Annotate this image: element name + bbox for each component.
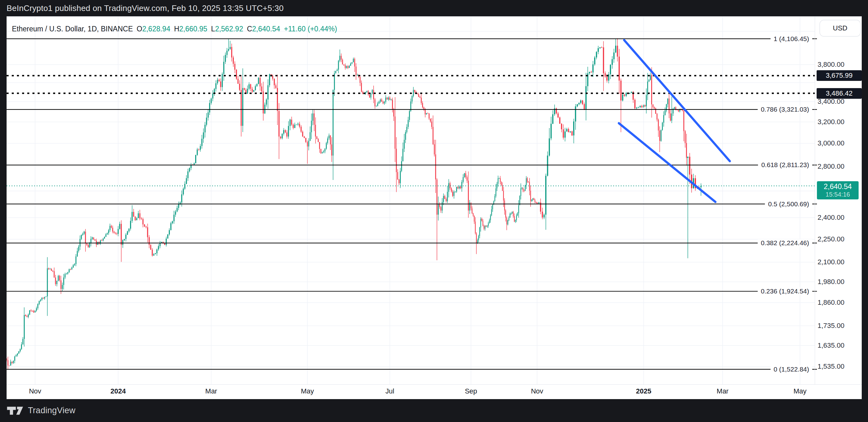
high-value: H2,660.95	[174, 25, 207, 33]
candle	[664, 110, 665, 115]
candle	[220, 82, 221, 87]
candle	[215, 83, 216, 89]
candle	[459, 186, 460, 188]
candle	[535, 202, 536, 203]
candle	[458, 187, 459, 188]
candle	[44, 297, 45, 299]
candle	[397, 172, 398, 179]
candle	[255, 86, 256, 90]
candle	[517, 213, 518, 215]
candle	[63, 277, 64, 285]
candle	[504, 201, 505, 211]
currency-button[interactable]: USD	[819, 20, 861, 37]
candle	[448, 183, 450, 192]
candle	[115, 233, 116, 234]
candle	[489, 220, 490, 223]
candle	[670, 114, 671, 121]
candle	[280, 137, 281, 139]
candle	[483, 221, 483, 226]
candle	[167, 235, 168, 239]
candle	[530, 191, 531, 201]
candle	[258, 78, 259, 84]
fib-level-label: 0 (1,522.84)	[771, 366, 812, 373]
candle	[36, 308, 37, 311]
candle	[351, 62, 352, 64]
candle	[356, 66, 356, 75]
candle	[523, 188, 523, 191]
candle	[485, 226, 486, 229]
candle	[579, 103, 580, 104]
candle	[518, 205, 519, 213]
candle	[66, 274, 67, 274]
candle	[420, 97, 421, 97]
candle	[20, 349, 21, 351]
candle	[177, 208, 178, 211]
candle	[545, 176, 547, 215]
candle	[324, 149, 326, 151]
candle	[391, 99, 392, 100]
candle	[323, 151, 324, 152]
candlestick-chart[interactable]	[7, 17, 862, 399]
candle	[93, 237, 94, 239]
candle	[316, 137, 317, 139]
candle	[620, 81, 622, 101]
candle	[222, 74, 223, 87]
candle	[187, 172, 188, 178]
candle	[429, 114, 430, 119]
candle	[150, 245, 151, 249]
candle	[369, 94, 370, 98]
candle	[209, 103, 210, 113]
candle	[144, 224, 145, 227]
candle	[584, 104, 585, 110]
candle	[169, 230, 170, 235]
candle	[274, 79, 275, 85]
candle	[393, 110, 394, 116]
candle	[291, 119, 292, 124]
candle	[78, 247, 79, 251]
candle	[387, 97, 388, 99]
candle	[343, 65, 344, 65]
candle	[654, 107, 655, 109]
candle	[536, 203, 538, 204]
candle	[330, 135, 331, 145]
candle	[406, 127, 407, 132]
candle	[454, 192, 454, 196]
candle	[631, 92, 632, 93]
candle	[54, 271, 55, 277]
candle	[596, 52, 597, 58]
marked-price-label: 3,675.99	[816, 70, 862, 81]
candle	[223, 62, 224, 74]
candle	[472, 209, 472, 213]
candle	[128, 229, 129, 231]
candle	[660, 130, 661, 141]
candle	[10, 362, 11, 366]
candle	[73, 265, 74, 267]
candle	[282, 134, 283, 138]
candle	[478, 236, 479, 240]
chart-area[interactable]: Ethereum / U.S. Dollar, 1D, BINANCE O2,6…	[7, 16, 862, 399]
candle	[443, 196, 444, 202]
candle	[342, 60, 343, 64]
candle	[653, 104, 654, 107]
candle	[311, 121, 312, 132]
candle	[13, 361, 14, 363]
candle	[599, 47, 601, 48]
candle	[376, 106, 377, 107]
candle	[547, 155, 548, 176]
candle	[612, 59, 613, 65]
candle	[563, 129, 564, 138]
candle	[606, 77, 608, 81]
candle	[401, 161, 402, 171]
candle	[405, 132, 406, 140]
attribution-text: BeInCrypto1 published on TradingView.com…	[0, 3, 284, 13]
candle	[329, 135, 330, 138]
candle	[112, 228, 113, 232]
candle	[183, 189, 184, 194]
candle	[172, 221, 173, 223]
candle	[438, 204, 439, 215]
candle	[269, 74, 270, 85]
candle	[17, 354, 18, 355]
candle	[331, 145, 332, 156]
candle	[327, 138, 328, 143]
candle	[29, 310, 30, 315]
